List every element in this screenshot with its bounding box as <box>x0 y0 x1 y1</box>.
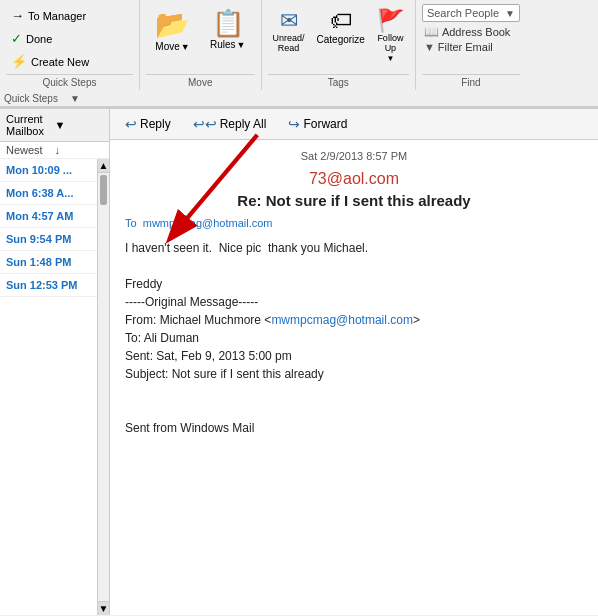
email-sender: Mon 4:57 AM <box>6 210 91 222</box>
mailbox-selector[interactable]: Current Mailbox ▼ <box>0 109 109 142</box>
tags-label: Tags <box>268 74 409 88</box>
ribbon-expand-arrow[interactable]: ▼ <box>70 93 80 104</box>
sort-label: Newest <box>6 144 55 156</box>
create-new-icon: ⚡ <box>11 54 27 69</box>
left-panel: Current Mailbox ▼ Newest ↓ Mon 10:09 ...… <box>0 109 110 615</box>
move-icon: 📂 <box>155 8 190 41</box>
categorize-button[interactable]: 🏷 Categorize <box>312 4 370 67</box>
email-date: Sat 2/9/2013 8:57 PM <box>125 150 583 162</box>
reply-icon: ↩ <box>125 116 137 132</box>
reply-all-button[interactable]: ↩↩ Reply All <box>186 113 274 135</box>
tags-section: ✉ Unread/Read 🏷 Categorize 🚩 FollowUp ▼ … <box>262 0 416 90</box>
list-item[interactable]: Sun 12:53 PM <box>0 274 97 297</box>
sort-bar: Newest ↓ <box>0 142 109 159</box>
email-to-line: To mwmpcmag@hotmail.com <box>125 217 583 229</box>
mailbox-label: Current Mailbox <box>6 113 55 137</box>
list-item[interactable]: Mon 10:09 ... <box>0 159 97 182</box>
scrollbar-down-button[interactable]: ▼ <box>98 601 109 615</box>
sort-arrow[interactable]: ↓ <box>55 144 104 156</box>
email-sender: Mon 10:09 ... <box>6 164 91 176</box>
address-book-link[interactable]: 📖 Address Book <box>422 24 520 40</box>
move-label: Move <box>146 74 255 88</box>
quick-steps-section: → To Manager ✓ Done ⚡ Create New Quick S… <box>0 0 140 90</box>
list-item[interactable]: Mon 4:57 AM <box>0 205 97 228</box>
email-sender: Sun 12:53 PM <box>6 279 91 291</box>
email-content: ↩ Reply ↩↩ Reply All ↪ Forward Sat 2/9/2… <box>110 109 598 615</box>
ribbon-bottom-quicksteps: Quick Steps <box>4 93 58 104</box>
quick-steps-label: Quick Steps <box>6 74 133 88</box>
search-people-box[interactable]: Search People ▼ <box>422 4 520 22</box>
find-label: Find <box>422 74 520 88</box>
ribbon-top: → To Manager ✓ Done ⚡ Create New Quick S… <box>0 0 598 90</box>
find-section: Search People ▼ 📖 Address Book ▼ Filter … <box>416 0 526 90</box>
email-to-address: mwmpcmag@hotmail.com <box>143 217 273 229</box>
main-area: Current Mailbox ▼ Newest ↓ Mon 10:09 ...… <box>0 109 598 615</box>
reply-button[interactable]: ↩ Reply <box>118 113 178 135</box>
rules-dropdown-arrow: ▼ <box>237 40 246 50</box>
unread-icon: ✉ <box>280 8 298 34</box>
email-from: 73@aol.com <box>125 170 583 188</box>
done-icon: ✓ <box>11 31 22 46</box>
tags-buttons-row: ✉ Unread/Read 🏷 Categorize 🚩 FollowUp ▼ <box>268 4 409 67</box>
list-item[interactable]: Sun 1:48 PM <box>0 251 97 274</box>
scrollbar-thumb[interactable] <box>100 175 107 205</box>
categorize-icon: 🏷 <box>330 8 352 34</box>
email-body-text: I haven't seen it. Nice pic thank you Mi… <box>125 239 583 437</box>
move-dropdown-arrow: ▼ <box>181 42 190 52</box>
move-buttons-row: 📂 Move ▼ 📋 Rules ▼ <box>146 4 255 74</box>
filter-email-link[interactable]: ▼ Filter Email <box>422 40 520 54</box>
list-item[interactable]: Sun 9:54 PM <box>0 228 97 251</box>
email-sender: Mon 6:38 A... <box>6 187 91 199</box>
address-book-icon: 📖 <box>424 25 439 39</box>
ribbon: → To Manager ✓ Done ⚡ Create New Quick S… <box>0 0 598 109</box>
scrollbar: ▲ ▼ <box>97 159 109 615</box>
filter-icon: ▼ <box>424 41 435 53</box>
email-subject: Re: Not sure if I sent this already <box>125 192 583 209</box>
mailbox-arrow: ▼ <box>55 119 104 131</box>
follow-up-button[interactable]: 🚩 FollowUp ▼ <box>372 4 409 67</box>
move-button[interactable]: 📂 Move ▼ <box>146 4 199 56</box>
quick-step-create-new[interactable]: ⚡ Create New <box>6 51 133 72</box>
quick-step-to-manager[interactable]: → To Manager <box>6 5 133 26</box>
email-sender: Sun 9:54 PM <box>6 233 91 245</box>
email-body: Sat 2/9/2013 8:57 PM 73@aol.com Re: Not … <box>110 140 598 615</box>
forward-button[interactable]: ↪ Forward <box>281 113 354 135</box>
forward-icon: ↪ <box>288 116 300 132</box>
follow-up-icon: 🚩 <box>377 8 404 34</box>
unread-read-button[interactable]: ✉ Unread/Read <box>268 4 310 67</box>
email-list: Mon 10:09 ... Mon 6:38 A... Mon 4:57 AM … <box>0 159 97 615</box>
rules-button[interactable]: 📋 Rules ▼ <box>201 4 255 54</box>
move-section: 📂 Move ▼ 📋 Rules ▼ Move <box>140 0 262 90</box>
email-sender: Sun 1:48 PM <box>6 256 91 268</box>
quick-step-done[interactable]: ✓ Done <box>6 28 133 49</box>
email-link[interactable]: mwmpcmag@hotmail.com <box>271 313 413 327</box>
rules-icon: 📋 <box>212 8 244 39</box>
to-manager-icon: → <box>11 8 24 23</box>
email-toolbar: ↩ Reply ↩↩ Reply All ↪ Forward <box>110 109 598 140</box>
follow-up-arrow: ▼ <box>386 54 394 63</box>
search-dropdown-arrow: ▼ <box>505 8 515 19</box>
scrollbar-up-button[interactable]: ▲ <box>98 159 109 173</box>
ribbon-bottom-bar: Quick Steps ▼ <box>0 90 598 108</box>
list-item[interactable]: Mon 6:38 A... <box>0 182 97 205</box>
reply-all-icon: ↩↩ <box>193 116 217 132</box>
